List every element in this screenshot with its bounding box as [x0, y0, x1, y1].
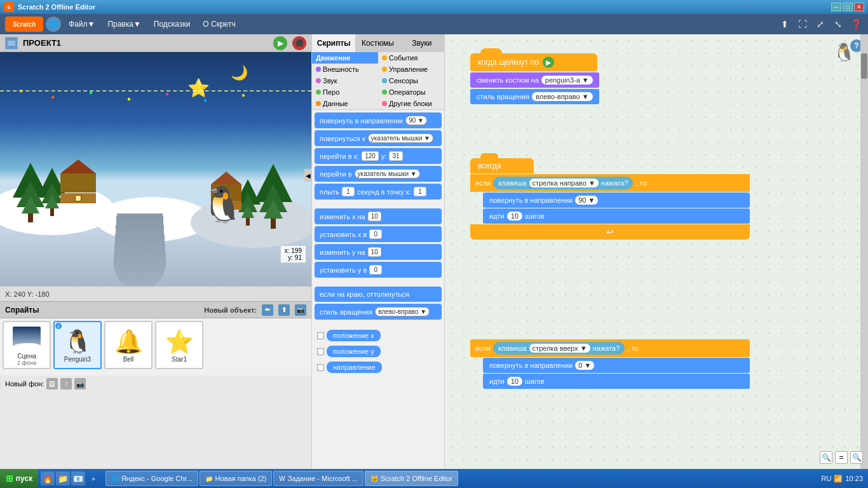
taskbar-item-yandex[interactable]: 🌐 Яндекс - Google Chr... [105, 471, 198, 486]
green-flag-button[interactable]: ▶ [273, 36, 287, 50]
resize-icon[interactable]: ⤡ [831, 17, 845, 31]
scripts-scrollbar[interactable] [860, 34, 868, 469]
cat-more[interactable]: Другие блоки [378, 98, 444, 109]
move-10-input-1[interactable]: 10 [507, 212, 522, 220]
block-switch-costume[interactable]: сменить костюм на penguin3-a ▼ [470, 72, 599, 88]
cat-operators[interactable]: Операторы [378, 86, 444, 98]
block-move-10-up[interactable]: идти 10 шагов [483, 374, 750, 389]
block-bounce[interactable]: если на краю, оттолкнуться [315, 287, 442, 302]
fullscreen-icon[interactable]: ⛶ [796, 17, 810, 31]
block-change-y[interactable]: изменить у на 10 [315, 244, 442, 260]
file-menu[interactable]: Файл▼ [64, 18, 100, 30]
upload-icon[interactable]: ⬆ [778, 17, 792, 31]
block-input-sy[interactable]: 0 [369, 265, 382, 274]
block-change-x[interactable]: изменить x на 10 [315, 208, 442, 224]
report-y-checkbox[interactable] [317, 348, 324, 355]
taskbar-item-word[interactable]: W Задание - Microsoft ... [273, 471, 363, 486]
block-input-cy[interactable]: 10 [368, 247, 381, 257]
block-dropdown-3[interactable]: указатель мышки ▼ [355, 169, 420, 179]
move-10-input-2[interactable]: 10 [507, 377, 522, 386]
expand-icon[interactable]: ⤢ [813, 17, 827, 31]
zoom-reset-button[interactable]: = [835, 451, 848, 464]
paint-sprite-button[interactable]: ✏ [262, 304, 273, 316]
block-input-x[interactable]: 120 [362, 151, 379, 161]
about-menu[interactable]: О Скретч [198, 18, 240, 30]
cat-events[interactable]: События [378, 52, 444, 64]
upload-bg-button[interactable]: / [60, 378, 72, 390]
maximize-button[interactable]: □ [843, 3, 853, 11]
block-input-secs[interactable]: 1 [342, 187, 355, 196]
sprite-item-penguin[interactable]: i 🐧 Penguin3 [53, 321, 102, 369]
language-button[interactable]: 🌐 [46, 17, 61, 32]
camera-bg-button[interactable]: 📷 [74, 378, 86, 390]
sprite-item-star[interactable]: ⭐ Star1 [155, 321, 203, 369]
taskbar-icon-1[interactable]: 🔥 [41, 471, 55, 485]
key-up-dropdown[interactable]: стрелка вверх ▼ [529, 344, 590, 353]
taskbar-item-folder[interactable]: 📁 Новая папка (2) [200, 471, 273, 486]
block-dropdown-rot[interactable]: влево-вправо ▼ [375, 307, 430, 316]
taskbar-item-scratch[interactable]: 🐱 Scratch 2 Offline Editor [365, 471, 458, 486]
scroll-thumb[interactable] [861, 53, 867, 79]
report-x-block[interactable]: положение х [327, 330, 381, 341]
turn-90-dropdown[interactable]: 90 ▼ [575, 196, 598, 205]
costume-dropdown[interactable]: penguin3-a ▼ [541, 76, 593, 85]
block-if-right[interactable]: если клавиша стрелка направо ▼ нажата? ,… [470, 174, 750, 192]
taskbar-icon-3[interactable]: 📧 [71, 471, 85, 485]
block-input-gx[interactable]: 1 [414, 187, 426, 196]
tab-sounds[interactable]: Звуки [400, 34, 444, 52]
cat-motion[interactable]: Движение [312, 52, 378, 64]
block-set-x[interactable]: установить x в 0 [315, 226, 442, 242]
block-dropdown-2[interactable]: указатель мышки ▼ [368, 133, 433, 143]
block-if-up[interactable]: если клавиша стрелка вверх ▼ нажата? , т… [470, 339, 750, 357]
block-move-10-right[interactable]: идти 10 шагов [483, 208, 750, 224]
block-goto-mouse[interactable]: перейти в указатель мышки ▼ [315, 166, 442, 182]
cat-sensing[interactable]: Сенсоры [378, 75, 444, 86]
block-dropdown-1[interactable]: 90 ▼ [405, 116, 427, 125]
help-toolbar-icon[interactable]: ❓ [849, 17, 863, 31]
taskbar-icon-2[interactable]: 📁 [56, 471, 70, 485]
tab-costumes[interactable]: Костюмы [356, 34, 400, 52]
block-turn-direction[interactable]: повернуть в направлении 90 ▼ [315, 112, 442, 128]
cat-pen[interactable]: Перо [312, 86, 378, 98]
block-when-flag[interactable]: когда щелкнут по ▶ [470, 53, 597, 71]
block-turn-90[interactable]: повернуть в направлении 90 ▼ [483, 193, 750, 208]
upload-sprite-button[interactable]: ⬆ [278, 304, 290, 316]
zoom-in-button[interactable]: 🔍 [820, 451, 832, 464]
tab-scripts[interactable]: Скрипты [312, 34, 356, 52]
hints-menu[interactable]: Подсказки [149, 18, 196, 30]
stop-button[interactable]: ⬛ [292, 36, 306, 50]
block-rotation-style[interactable]: стиль вращения влево-вправо ▼ [315, 304, 442, 320]
turn-0-dropdown[interactable]: 0 ▼ [575, 361, 594, 370]
stage-expand-arrow[interactable]: ◀ [304, 169, 311, 182]
paint-bg-button[interactable]: 🖼 [46, 378, 58, 390]
block-face-towards[interactable]: повернуться к указатель мышки ▼ [315, 130, 442, 146]
block-input-y[interactable]: 31 [389, 151, 402, 161]
taskbar-arrow[interactable]: » [86, 471, 100, 485]
report-x-checkbox[interactable] [317, 332, 324, 339]
report-dir-checkbox[interactable] [317, 364, 324, 371]
rotation-style-dropdown[interactable]: влево-вправо ▼ [532, 92, 592, 101]
cat-sound[interactable]: Звук [312, 75, 378, 86]
key-right-dropdown[interactable]: стрелка направо ▼ [529, 179, 599, 187]
sprite-item-bell[interactable]: 🔔 Bell [104, 321, 153, 369]
block-input-cx[interactable]: 10 [368, 212, 381, 221]
camera-sprite-button[interactable]: 📷 [295, 304, 306, 316]
zoom-out-button[interactable]: 🔍 [850, 451, 863, 464]
block-forever[interactable]: всегда [470, 158, 534, 173]
cat-looks[interactable]: Внешность [312, 64, 378, 75]
sprite-item-scene[interactable]: Сцена 2 фона [3, 321, 51, 369]
cat-control[interactable]: Управление [378, 64, 444, 75]
report-y-block[interactable]: положение у [327, 346, 381, 357]
edit-menu[interactable]: Правка▼ [102, 18, 146, 30]
close-button[interactable]: ✕ [854, 3, 864, 11]
minimize-button[interactable]: ─ [831, 3, 841, 11]
block-set-y[interactable]: установить у в 0 [315, 262, 442, 278]
block-turn-0[interactable]: повернуть в направлении 0 ▼ [483, 358, 750, 373]
block-glide[interactable]: плыть 1 секунд в точку x: 1 [315, 184, 442, 200]
block-rotation-style-script[interactable]: стиль вращения влево-вправо ▼ [470, 89, 599, 104]
start-button[interactable]: ⊞ пуск [0, 469, 38, 488]
block-goto-xy[interactable]: перейти в x: 120 y: 31 [315, 148, 442, 164]
block-input-sx[interactable]: 0 [369, 229, 382, 239]
report-dir-block[interactable]: направление [327, 362, 382, 373]
cat-data[interactable]: Данные [312, 98, 378, 109]
